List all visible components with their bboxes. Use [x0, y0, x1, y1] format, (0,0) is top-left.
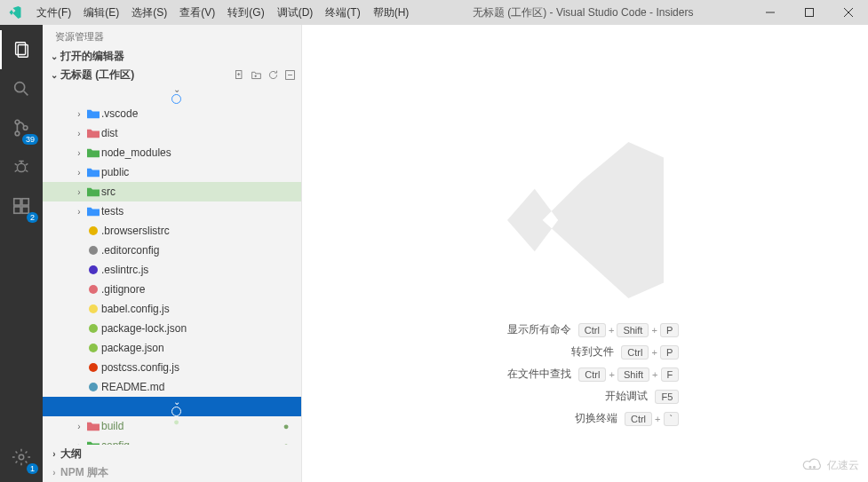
open-editors-label: 打开的编辑器 [60, 49, 124, 64]
hint-label: 转到文件 [534, 344, 614, 360]
tree-item-label: tests [101, 205, 280, 217]
tree-file[interactable]: package.json [43, 338, 301, 358]
folder-icon [85, 128, 101, 138]
file-icon [85, 363, 101, 372]
twisty-icon[interactable]: › [73, 422, 85, 431]
tree-folder[interactable]: ›node_modules [43, 143, 301, 162]
tree-folder[interactable]: ›config● [43, 436, 301, 445]
tree-item-label: README.md [101, 381, 280, 393]
menu-item[interactable]: 调试(D) [271, 0, 320, 25]
tree-file[interactable]: .eslintrc.js [43, 260, 301, 280]
tree-file[interactable]: postcss.config.js [43, 358, 301, 377]
tree-folder[interactable]: ›src [43, 182, 301, 201]
activity-settings[interactable]: 1 [0, 438, 43, 477]
tree-file[interactable]: babel.config.js [43, 299, 301, 319]
menu-item[interactable]: 编辑(E) [77, 0, 125, 25]
activity-extensions[interactable]: 2 [0, 186, 43, 225]
maximize-button[interactable] [790, 0, 829, 25]
hint-label: 切换终端 [538, 411, 617, 426]
menu-item[interactable]: 选择(S) [125, 0, 173, 25]
tree-file[interactable]: .gitignore [43, 280, 301, 299]
twisty-icon[interactable]: ⌄ [171, 84, 183, 94]
new-folder-icon[interactable] [251, 69, 262, 81]
collapse-icon[interactable] [284, 69, 296, 81]
file-icon [85, 344, 101, 352]
svg-point-15 [809, 466, 811, 468]
activity-search[interactable] [0, 69, 43, 108]
svg-point-16 [814, 466, 816, 468]
svg-rect-8 [14, 199, 20, 205]
tree-file[interactable]: package-lock.json [43, 319, 301, 338]
sidebar-title: 资源管理器 [43, 25, 301, 47]
menu-item[interactable]: 转到(G) [221, 0, 270, 25]
menu-item[interactable]: 查看(V) [173, 0, 221, 25]
tree-file[interactable]: .editorconfig [43, 241, 301, 260]
menu-item[interactable]: 终端(T) [319, 0, 366, 25]
tree-item-label: src [101, 186, 280, 198]
twisty-icon[interactable]: ⌄ [171, 397, 183, 407]
window-controls [751, 0, 868, 25]
titlebar: 文件(F)编辑(E)选择(S)查看(V)转到(G)调试(D)终端(T)帮助(H)… [0, 0, 868, 25]
folder-icon [85, 167, 101, 178]
refresh-icon[interactable] [267, 69, 279, 81]
hint-label: 显示所有命令 [491, 322, 571, 337]
svg-rect-9 [14, 207, 20, 213]
file-icon [85, 265, 101, 274]
key-hint: 开始调试F5 [491, 389, 680, 404]
activity-explorer[interactable] [0, 30, 43, 69]
tree-item-label: babel.config.js [101, 303, 280, 315]
tree-item-label: package.json [101, 342, 280, 354]
activity-debug[interactable] [0, 147, 43, 186]
menu-item[interactable]: 帮助(H) [367, 0, 416, 25]
tree-folder[interactable]: ›build● [43, 416, 301, 436]
tree-file[interactable]: README.md [43, 377, 301, 397]
workspace-header[interactable]: ⌄ 无标题 (工作区) [43, 66, 301, 84]
key: P [660, 323, 679, 337]
activity-scm[interactable]: 39 [0, 108, 43, 147]
npm-scripts-header[interactable]: › NPM 脚本 [43, 463, 301, 482]
twisty-icon[interactable]: › [73, 129, 85, 138]
close-button[interactable] [829, 0, 868, 25]
file-icon [85, 226, 101, 235]
file-icon [85, 246, 101, 255]
circle-icon [169, 407, 185, 416]
file-icon [85, 324, 101, 333]
tree-folder[interactable]: ›tests [43, 201, 301, 221]
key-hint: 转到文件Ctrl + P [491, 344, 680, 360]
outline-label: 大纲 [60, 446, 82, 462]
chevron-right-icon: › [48, 449, 60, 459]
twisty-icon[interactable]: › [73, 207, 85, 217]
tree-folder[interactable]: ⌄vue-demo● [43, 397, 301, 416]
open-editors-header[interactable]: ⌄ 打开的编辑器 [43, 47, 301, 66]
tree-folder[interactable]: ›public [43, 162, 301, 182]
key: ` [664, 412, 680, 426]
tree-item-label: .gitignore [101, 283, 280, 296]
svg-point-6 [23, 126, 28, 130]
twisty-icon[interactable]: › [73, 148, 85, 158]
outline-header[interactable]: › 大纲 [43, 445, 301, 463]
chevron-right-icon: › [48, 468, 60, 478]
activity-bar: 39 2 1 [0, 25, 43, 482]
tree-item-label: node_modules [101, 146, 280, 159]
key-hint: 切换终端Ctrl + ` [491, 411, 680, 426]
file-tree[interactable]: ⌄vue-app›.vscode›dist›node_modules›publi… [43, 84, 301, 445]
new-file-icon[interactable] [234, 69, 245, 81]
tree-item-label: .eslintrc.js [101, 264, 280, 276]
tree-folder[interactable]: ⌄vue-app [43, 84, 301, 104]
editor-welcome: 显示所有命令Ctrl + Shift + P转到文件Ctrl + P在文件中查找… [302, 25, 868, 482]
key: P [660, 345, 679, 360]
twisty-icon[interactable]: › [73, 187, 85, 197]
file-icon [85, 383, 101, 391]
minimize-button[interactable] [751, 0, 790, 25]
tree-item-label: postcss.config.js [101, 361, 280, 374]
tree-folder[interactable]: ›dist [43, 123, 301, 143]
twisty-icon[interactable]: › [73, 168, 85, 178]
tree-file[interactable]: .browserslistrc [43, 221, 301, 241]
tree-folder[interactable]: ›.vscode [43, 104, 301, 123]
folder-icon [85, 108, 101, 119]
hint-label: 开始调试 [568, 389, 648, 404]
key: Shift [617, 367, 649, 382]
menu-item[interactable]: 文件(F) [30, 0, 77, 25]
circle-icon [169, 94, 185, 104]
twisty-icon[interactable]: › [73, 109, 85, 119]
